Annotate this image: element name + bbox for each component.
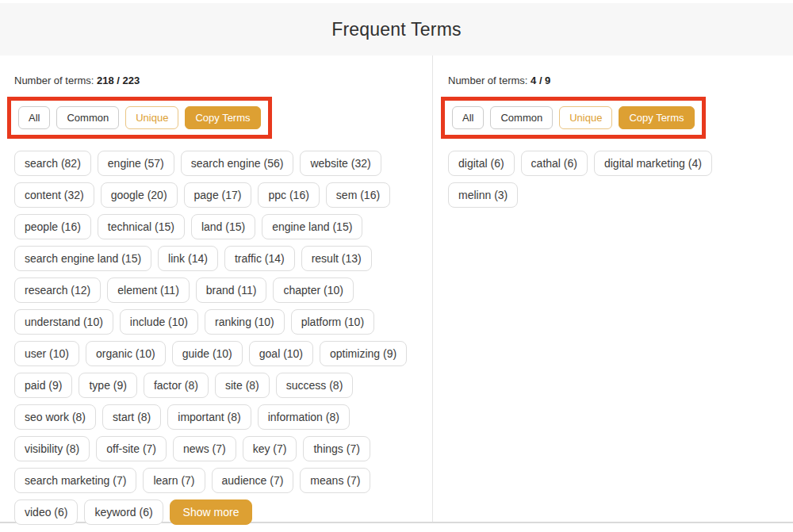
frequent-terms-page: Frequent Terms Number of terms: 218 / 22… xyxy=(0,0,793,532)
term-chip-list: search (82)engine (57)search engine (56)… xyxy=(14,151,416,525)
filter-all-button[interactable]: All xyxy=(18,106,50,129)
term-chip[interactable]: traffic (14) xyxy=(224,246,295,271)
term-chip[interactable]: user (10) xyxy=(14,341,79,366)
terms-count-value: 218 / 223 xyxy=(97,75,140,86)
page-header: Frequent Terms xyxy=(0,3,793,55)
term-chip[interactable]: chapter (10) xyxy=(273,277,353,303)
term-chip[interactable]: important (8) xyxy=(167,404,251,430)
term-chip-list: digital (6)cathal (6)digital marketing (… xyxy=(448,151,777,208)
term-chip[interactable]: factor (8) xyxy=(144,373,209,398)
filter-common-button[interactable]: Common xyxy=(490,106,553,129)
term-chip[interactable]: things (7) xyxy=(303,436,370,461)
term-chip[interactable]: means (7) xyxy=(300,468,370,493)
term-chip[interactable]: link (14) xyxy=(158,246,218,271)
term-chip[interactable]: learn (7) xyxy=(143,468,205,493)
filter-all-button[interactable]: All xyxy=(452,106,484,129)
term-chip[interactable]: people (16) xyxy=(14,214,91,239)
term-chip[interactable]: research (12) xyxy=(14,277,101,303)
term-chip[interactable]: google (20) xyxy=(101,182,178,208)
term-chip[interactable]: cathal (6) xyxy=(521,151,588,176)
term-chip[interactable]: result (13) xyxy=(301,246,372,271)
term-chip[interactable]: site (8) xyxy=(215,373,270,398)
term-chip[interactable]: understand (10) xyxy=(14,309,113,335)
term-chip[interactable]: organic (10) xyxy=(86,341,166,366)
term-chip[interactable]: platform (10) xyxy=(291,309,374,335)
term-chip[interactable]: search engine (56) xyxy=(181,151,294,176)
term-chip[interactable]: engine (57) xyxy=(98,151,174,176)
term-chip[interactable]: technical (15) xyxy=(98,214,185,239)
term-chip[interactable]: include (10) xyxy=(120,309,198,335)
term-chip[interactable]: ranking (10) xyxy=(205,309,285,335)
term-chip[interactable]: search marketing (7) xyxy=(14,468,136,493)
term-chip[interactable]: video (6) xyxy=(14,499,78,525)
filter-unique-button[interactable]: Unique xyxy=(125,106,178,129)
page-title: Frequent Terms xyxy=(331,19,461,40)
terms-count-value: 4 / 9 xyxy=(531,75,550,86)
term-chip[interactable]: start (8) xyxy=(102,404,161,430)
term-chip[interactable]: search engine land (15) xyxy=(14,246,151,271)
filter-highlight-box: All Common Unique Copy Terms xyxy=(441,97,706,139)
copy-terms-button[interactable]: Copy Terms xyxy=(619,106,694,129)
term-chip[interactable]: guide (10) xyxy=(172,341,243,366)
copy-terms-button[interactable]: Copy Terms xyxy=(185,106,260,129)
term-chip[interactable]: land (15) xyxy=(191,214,255,239)
filter-unique-button[interactable]: Unique xyxy=(559,106,612,129)
terms-count: Number of terms: 218 / 223 xyxy=(14,75,416,86)
term-chip[interactable]: information (8) xyxy=(258,404,350,430)
filter-common-button[interactable]: Common xyxy=(56,106,119,129)
term-chip[interactable]: success (8) xyxy=(276,373,354,398)
term-chip[interactable]: seo work (8) xyxy=(14,404,96,430)
term-chip[interactable]: page (17) xyxy=(184,182,252,208)
term-chip[interactable]: ppc (16) xyxy=(258,182,319,208)
term-chip[interactable]: optimizing (9) xyxy=(320,341,407,366)
term-chip[interactable]: melinn (3) xyxy=(448,182,518,208)
show-more-button[interactable]: Show more xyxy=(170,499,253,525)
term-chip[interactable]: digital marketing (4) xyxy=(594,151,712,176)
term-chip[interactable]: keyword (6) xyxy=(84,499,163,525)
term-chip[interactable]: key (7) xyxy=(243,436,297,461)
terms-count-label: Number of terms: xyxy=(14,75,94,86)
term-chip[interactable]: engine land (15) xyxy=(262,214,362,239)
term-chip[interactable]: type (9) xyxy=(79,373,136,398)
terms-count-label: Number of terms: xyxy=(448,75,527,86)
term-chip[interactable]: off-site (7) xyxy=(96,436,167,461)
term-chip[interactable]: brand (11) xyxy=(196,277,267,303)
term-chip[interactable]: element (11) xyxy=(107,277,190,303)
term-chip[interactable]: news (7) xyxy=(173,436,236,461)
term-chip[interactable]: website (32) xyxy=(300,151,381,176)
terms-panel-right: Number of terms: 4 / 9 All Common Unique… xyxy=(433,55,793,522)
term-chip[interactable]: goal (10) xyxy=(249,341,313,366)
term-chip[interactable]: digital (6) xyxy=(448,151,515,176)
term-chip[interactable]: audience (7) xyxy=(212,468,294,493)
term-chip[interactable]: visibility (8) xyxy=(14,436,90,461)
terms-count: Number of terms: 4 / 9 xyxy=(448,75,777,86)
term-chip[interactable]: paid (9) xyxy=(14,373,72,398)
term-chip[interactable]: content (32) xyxy=(14,182,94,208)
filter-highlight-box: All Common Unique Copy Terms xyxy=(7,97,272,139)
term-chip[interactable]: search (82) xyxy=(14,151,91,176)
panels-container: Number of terms: 218 / 223 All Common Un… xyxy=(0,55,793,523)
terms-panel-left: Number of terms: 218 / 223 All Common Un… xyxy=(0,55,433,522)
term-chip[interactable]: sem (16) xyxy=(326,182,390,208)
